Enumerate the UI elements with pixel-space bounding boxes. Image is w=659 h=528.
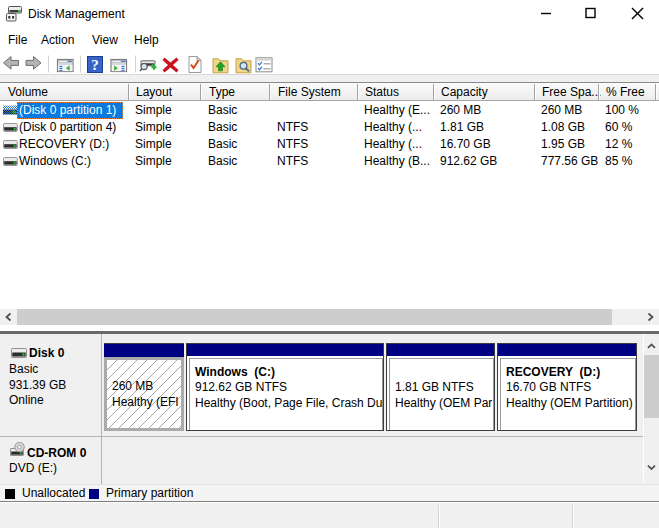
- svg-text:?: ?: [91, 57, 99, 73]
